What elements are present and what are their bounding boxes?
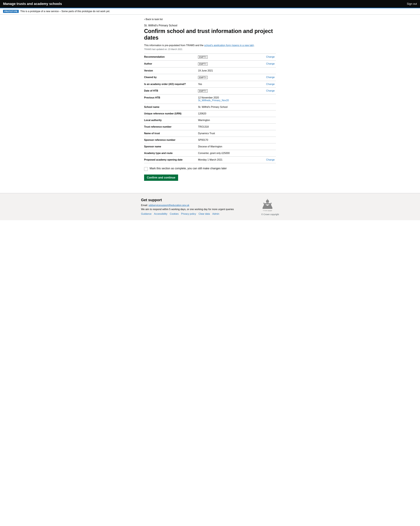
row-value: Converter, grant only £25000	[197, 150, 250, 157]
row-value: 19 June 2021	[197, 68, 250, 74]
row-action	[250, 68, 276, 74]
change-link[interactable]: Change	[266, 158, 275, 161]
empty-tag: EMPTY	[198, 89, 208, 92]
info-text-before: This information is pre-populated from T…	[144, 44, 204, 47]
footer-link[interactable]: Clear data	[199, 212, 210, 215]
svg-marker-2	[263, 204, 272, 208]
support-section: Get support Email: sddservicesupport@edu…	[141, 198, 234, 215]
info-text-after: .	[254, 44, 254, 47]
school-label: St. Wilfrid's Primary School	[144, 24, 276, 27]
main-content: Back to task list St. Wilfrid's Primary …	[141, 15, 279, 187]
row-value: Warrington	[197, 117, 250, 124]
footer-link[interactable]: Cookies	[170, 212, 179, 215]
row-label: Unique reference number (URN)	[144, 111, 197, 117]
row-value: EMPTY	[197, 88, 250, 94]
row-value: EMPTY	[197, 61, 250, 68]
row-action: Change	[250, 61, 276, 68]
table-row: Name of trustDynamics Trust	[144, 130, 276, 137]
row-label: Sponsor reference number	[144, 137, 197, 143]
row-value: 12 November 2020St_Wilfreds_Primary_Nov2…	[197, 94, 250, 104]
change-link[interactable]: Change	[266, 62, 275, 65]
prototype-tag: PROTOTYPE	[3, 10, 19, 13]
trams-updated: TRAMS last updated on: 23 March 2021	[144, 48, 276, 51]
sign-out-button[interactable]: Sign out	[407, 2, 417, 6]
row-action: Change	[250, 74, 276, 81]
change-link[interactable]: Change	[266, 83, 275, 85]
site-title[interactable]: Manage trusts and academy schools	[3, 2, 62, 6]
row-label: Author	[144, 61, 197, 68]
svg-point-7	[270, 203, 272, 204]
row-label: Date of HTB	[144, 88, 197, 94]
row-action: Change	[250, 157, 276, 163]
row-action: Change	[250, 54, 276, 61]
empty-tag: EMPTY	[198, 62, 208, 65]
row-action	[250, 130, 276, 137]
empty-tag: EMPTY	[198, 76, 208, 79]
site-header: Manage trusts and academy schools Sign o…	[0, 0, 420, 8]
crown-logo: © Crown copyright	[261, 198, 274, 211]
table-row: Sponsor nameDiocese of Warrington	[144, 143, 276, 150]
copyright-text: © Crown copyright	[261, 213, 279, 216]
svg-point-4	[267, 199, 268, 201]
info-text: This information is pre-populated from T…	[144, 44, 276, 47]
table-row: RecommendationEMPTYChange	[144, 54, 276, 61]
footer-link[interactable]: Admin	[212, 212, 219, 215]
table-row: Academy type and routeConverter, grant o…	[144, 150, 276, 157]
row-value: EMPTY	[197, 74, 250, 81]
row-action	[250, 104, 276, 111]
row-value: Dynamics Trust	[197, 130, 250, 137]
page-heading: Confirm school and trust information and…	[144, 28, 276, 41]
response-text: We aim to respond within 5 working days,…	[141, 208, 234, 211]
row-action	[250, 111, 276, 117]
table-row: Proposed academy opening dateMonday 1 Ma…	[144, 157, 276, 163]
change-link[interactable]: Change	[266, 56, 275, 58]
table-row: Trust reference numberTRO1318	[144, 124, 276, 130]
row-value: St. Wilfrid's Primary School	[197, 104, 250, 111]
row-action	[250, 143, 276, 150]
info-table: RecommendationEMPTYChangeAuthorEMPTYChan…	[144, 53, 276, 163]
application-form-link[interactable]: school's application form (opens in a ne…	[204, 44, 254, 47]
table-row: Version19 June 2021	[144, 68, 276, 74]
row-label: Cleared by	[144, 74, 197, 81]
complete-checkbox[interactable]	[144, 167, 148, 171]
support-email-line: Email: sddservicesupport@education.gov.u…	[141, 204, 234, 207]
site-footer: Get support Email: sddservicesupport@edu…	[0, 193, 420, 220]
support-heading: Get support	[141, 198, 234, 202]
prototype-banner: PROTOTYPE This is a prototype of a new s…	[0, 8, 420, 15]
checkbox-label[interactable]: Mark this section as complete, you can s…	[150, 167, 227, 170]
row-label: Name of trust	[144, 130, 197, 137]
back-link[interactable]: Back to task list	[144, 18, 163, 21]
row-label: Academy type and route	[144, 150, 197, 157]
svg-point-5	[263, 203, 264, 204]
footer-link[interactable]: Accessibility	[154, 212, 167, 215]
table-row: Unique reference number (URN)120620	[144, 111, 276, 117]
row-label: Version	[144, 68, 197, 74]
prototype-message: This is a prototype of a new service – S…	[20, 10, 110, 13]
row-label: Sponsor name	[144, 143, 197, 150]
change-link[interactable]: Change	[266, 76, 275, 79]
table-row-link[interactable]: St_Wilfreds_Primary_Nov20	[198, 99, 229, 102]
change-link[interactable]: Change	[266, 89, 275, 92]
row-action: Change	[250, 81, 276, 88]
row-label: Local authority	[144, 117, 197, 124]
row-value: TRO1318	[197, 124, 250, 130]
email-label: Email:	[141, 204, 149, 207]
footer-link[interactable]: Guidance	[141, 212, 152, 215]
copyright-text: © Crown copyright	[263, 210, 272, 212]
row-value: Monday 1 March 2021	[197, 157, 250, 163]
table-row: Date of HTBEMPTYChange	[144, 88, 276, 94]
footer-link[interactable]: Privacy policy	[181, 212, 196, 215]
confirm-button[interactable]: Confirm and continue	[144, 174, 178, 181]
support-email-link[interactable]: sddservicesupport@education.gov.uk	[149, 204, 189, 207]
row-value: SP00170	[197, 137, 250, 143]
row-label: Is an academy order (AO) required?	[144, 81, 197, 88]
row-value: Diocese of Warrington	[197, 143, 250, 150]
table-row: Local authorityWarrington	[144, 117, 276, 124]
table-row: Is an academy order (AO) required?YesCha…	[144, 81, 276, 88]
svg-rect-3	[263, 208, 272, 209]
empty-tag: EMPTY	[198, 56, 208, 59]
table-row: School nameSt. Wilfrid's Primary School	[144, 104, 276, 111]
svg-point-6	[267, 202, 268, 203]
footer-links: GuidanceAccessibilityCookiesPrivacy poli…	[141, 212, 234, 215]
row-action	[250, 117, 276, 124]
